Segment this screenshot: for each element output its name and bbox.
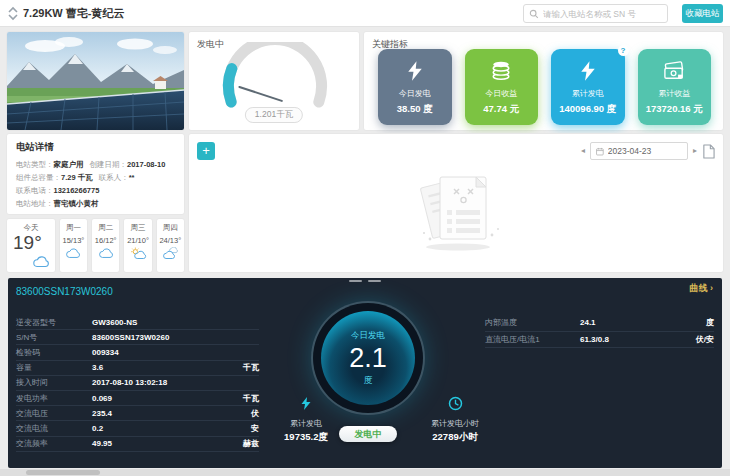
add-chart-button[interactable]: + — [197, 142, 215, 160]
weather-strip: 今天 19° 周一 15/13° 周二 16/12° 周三 21/10° 周四 … — [6, 218, 185, 273]
bolt-icon — [300, 396, 312, 411]
next-day-arrow[interactable]: ▸ — [693, 142, 697, 160]
weather-day-thu: 周四 24/13° — [156, 218, 185, 273]
date-controls: ◂ ▸ — [581, 142, 715, 160]
solar-farm-photo — [7, 32, 184, 130]
page-title: 7.29KW 曹宅-黄纪云 — [23, 0, 124, 27]
weather-day-mon: 周一 15/13° — [59, 218, 88, 273]
details-title: 电站详情 — [16, 141, 175, 154]
search-input[interactable] — [543, 9, 662, 19]
gauge-value-pill: 1.201千瓦 — [245, 107, 303, 123]
table-row: 容量3.6千瓦 — [16, 361, 259, 376]
inverter-sn-link[interactable]: 83600SSN173W0260 — [16, 286, 113, 297]
kpi-today-income: 今日收益 47.74 元 — [465, 49, 539, 125]
weather-day-tue: 周二 16/12° — [91, 218, 120, 273]
curve-link[interactable]: 曲线 › — [690, 282, 714, 295]
details-row: 电站类型：家庭户用 创建日期：2017-08-10 — [16, 158, 175, 171]
horizontal-scrollbar[interactable] — [0, 469, 730, 476]
table-row: 接入时间2017-08-10 13:02:18 — [16, 376, 259, 391]
table-row: 直流电压/电流161.3/0.8伏/安 — [485, 332, 714, 349]
table-row: 交流电流0.2安 — [16, 421, 259, 436]
carousel-dash[interactable] — [368, 280, 381, 282]
inverter-spec-table: 逆变器型号GW3600-NS S/N号83600SSN173W0260 检验码0… — [16, 315, 259, 452]
help-question-badge[interactable]: ? — [618, 45, 629, 56]
table-row: 逆变器型号GW3600-NS — [16, 315, 259, 330]
generation-chart-panel: + ◂ ▸ — [188, 133, 724, 273]
export-report-icon[interactable] — [702, 144, 715, 159]
prev-day-arrow[interactable]: ◂ — [581, 142, 585, 160]
table-row: 检验码009334 — [16, 345, 259, 360]
details-row: 组件总容量：7.29 千瓦 联系人：** — [16, 171, 175, 184]
clouds-icon — [162, 247, 179, 260]
table-row: 发电功率0.069千瓦 — [16, 391, 259, 406]
weather-today: 今天 19° — [6, 218, 56, 273]
table-row: 内部温度24.1度 — [485, 315, 714, 332]
date-input[interactable] — [608, 146, 682, 156]
table-row: 交流电压235.4伏 — [16, 406, 259, 421]
carousel-dashes — [349, 280, 381, 282]
station-photo — [6, 31, 185, 131]
kpi-value: 38.50 度 — [397, 103, 433, 116]
weather-temp: 16/12° — [95, 236, 117, 245]
details-row: 联系电话：13216266775 — [16, 184, 175, 197]
kpi-cards-row: 今日发电 38.50 度 今日收益 47.74 元 ? 累计发电 140096.… — [378, 49, 711, 125]
banknotes-icon — [662, 58, 686, 84]
key-indicators-card: 关键指标 今日发电 38.50 度 今日收益 47.74 元 ? — [363, 31, 724, 131]
search-box[interactable] — [523, 4, 668, 23]
weather-temp: 24/13° — [159, 236, 181, 245]
total-hours-stat: 累计发电小时 22789小时 — [400, 396, 510, 444]
gauge-title: 今日发电 — [351, 330, 385, 342]
weather-day-label: 周四 — [163, 223, 178, 233]
details-row: 电站地址：曹宅镇小黄村 — [16, 197, 175, 210]
kpi-today-generation: 今日发电 38.50 度 — [378, 49, 452, 125]
kpi-label: 今日发电 — [399, 88, 431, 99]
station-details-card: 电站详情 电站类型：家庭户用 创建日期：2017-08-10 组件总容量：7.2… — [6, 133, 185, 215]
power-gauge-card: 发电中 1.201千瓦 — [188, 31, 360, 131]
cloud-icon — [32, 255, 50, 268]
sun-cloud-icon — [130, 247, 147, 260]
bolt-icon — [406, 58, 424, 84]
weather-day-label: 周一 — [66, 223, 81, 233]
header-bar: 7.29KW 曹宅-黄纪云 收藏电站 — [0, 0, 730, 27]
weather-day-label: 周二 — [98, 223, 113, 233]
weather-temp: 15/13° — [63, 236, 85, 245]
favorite-station-button[interactable]: 收藏电站 — [682, 4, 723, 23]
weather-day-label: 周三 — [131, 223, 146, 233]
coins-icon — [490, 58, 512, 84]
calendar-icon — [596, 147, 604, 156]
kpi-value: 173720.16 元 — [646, 103, 703, 116]
generating-status-badge: 发电中 — [339, 426, 397, 442]
cloud-icon — [98, 247, 114, 259]
weather-temp: 21/10° — [127, 236, 149, 245]
stat-label: 累计发电小时 — [400, 418, 510, 429]
date-picker[interactable] — [590, 142, 688, 160]
clock-icon — [448, 396, 463, 411]
kpi-total-generation: ? 累计发电 140096.90 度 — [551, 49, 625, 125]
cloud-icon — [65, 247, 81, 259]
gauge-value: 2.1 — [349, 343, 387, 374]
inverter-env-table: 内部温度24.1度 直流电压/电流161.3/0.8伏/安 — [485, 315, 714, 348]
kpi-value: 140096.90 度 — [559, 103, 616, 116]
search-icon — [529, 9, 539, 19]
table-row: 交流频率49.95赫兹 — [16, 437, 259, 452]
kpi-label: 今日收益 — [485, 88, 517, 99]
gauge-disc: 今日发电 2.1 度 — [321, 311, 415, 405]
bolt-icon — [579, 58, 597, 84]
scrollbar-thumb[interactable] — [26, 470, 100, 475]
inverter-panel: 83600SSN173W0260 曲线 › 逆变器型号GW3600-NS S/N… — [8, 278, 722, 468]
kpi-total-income: 累计收益 173720.16 元 — [638, 49, 712, 125]
table-row: S/N号83600SSN173W0260 — [16, 330, 259, 345]
no-data-illustration — [400, 169, 512, 253]
collapse-chevrons-icon[interactable] — [7, 6, 19, 21]
gauge-unit: 度 — [364, 375, 373, 387]
weather-temp: 19° — [13, 232, 42, 254]
carousel-dash[interactable] — [349, 280, 362, 282]
kpi-label: 累计发电 — [572, 88, 604, 99]
weather-day-wed: 周三 21/10° — [123, 218, 152, 273]
kpi-label: 累计收益 — [658, 88, 690, 99]
kpi-value: 47.74 元 — [483, 103, 519, 116]
stat-value: 22789小时 — [400, 431, 510, 444]
